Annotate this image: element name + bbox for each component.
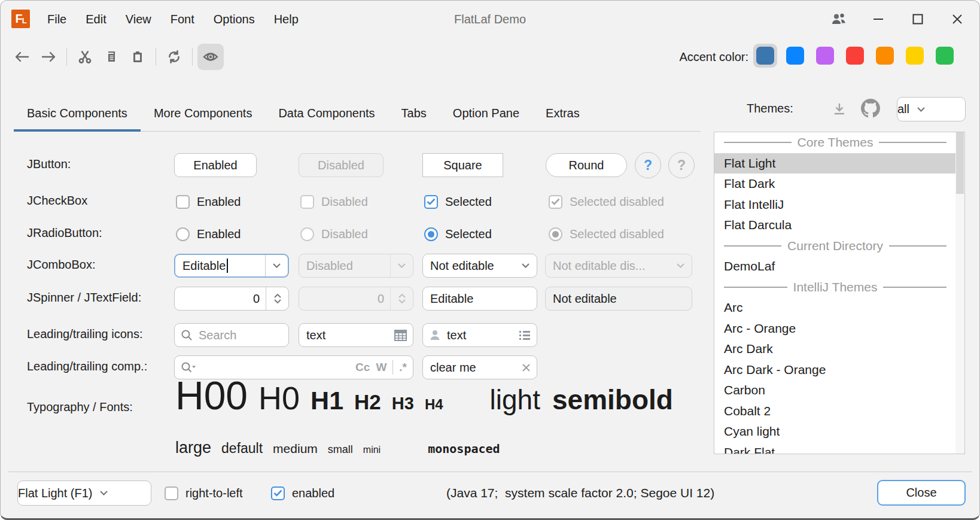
show-hidden-eye-toggle[interactable] (197, 44, 224, 70)
accent-swatch-4[interactable] (873, 44, 897, 68)
theme-item-arc-orange[interactable]: Arc - Orange (714, 318, 956, 339)
spinner-arrows[interactable] (266, 287, 288, 310)
accent-swatch-color[interactable] (756, 47, 774, 65)
theme-item-flat-dark[interactable]: Flat Dark (714, 174, 956, 194)
chevron-down-icon[interactable] (514, 254, 537, 277)
paste-icon[interactable] (124, 44, 151, 70)
square-button[interactable]: Square (422, 153, 503, 177)
theme-item-dark-flat[interactable]: Dark Flat (714, 442, 956, 455)
checkbox-box[interactable] (271, 486, 285, 500)
menu-view[interactable]: View (116, 13, 161, 26)
enabled-button[interactable]: Enabled (174, 153, 257, 177)
combobox-noneditable[interactable]: Not editable (422, 254, 537, 278)
checkbox-box[interactable] (176, 195, 190, 209)
theme-item-arc-dark-orange[interactable]: Arc Dark - Orange (714, 360, 956, 381)
tab-basic-components[interactable]: Basic Components (14, 95, 141, 131)
jradiobutton-label: JRadioButton: (27, 226, 102, 240)
menu-font[interactable]: Font (161, 13, 204, 26)
copy-icon[interactable] (98, 44, 124, 70)
theme-item-arc-dark[interactable]: Arc Dark (714, 339, 956, 360)
enabled-checkbox[interactable]: enabled (271, 485, 334, 501)
list-menu-icon[interactable] (519, 330, 531, 340)
search-dropdown-icon[interactable] (181, 361, 196, 373)
refresh-icon[interactable] (161, 44, 187, 70)
accent-swatch-color[interactable] (906, 47, 924, 65)
theme-item-flat-intellij[interactable]: Flat IntelliJ (714, 194, 956, 215)
regex-toggle[interactable]: .* (399, 361, 407, 374)
accent-swatch-5[interactable] (903, 44, 927, 68)
help-button[interactable]: ? (635, 152, 661, 178)
theme-item-demolaf[interactable]: DemoLaf (714, 256, 956, 277)
theme-item-flat-light[interactable]: Flat Light (714, 153, 956, 174)
forward-button[interactable] (35, 44, 62, 70)
checkbox-selected[interactable]: Selected (424, 194, 492, 209)
accent-swatch-3[interactable] (843, 44, 867, 68)
menu-edit[interactable]: Edit (76, 13, 115, 26)
back-button[interactable] (9, 44, 35, 70)
cut-icon[interactable] (72, 44, 98, 70)
rtl-checkbox[interactable]: right-to-left (165, 485, 243, 501)
theme-item-cobalt-2[interactable]: Cobalt 2 (714, 401, 956, 422)
accent-swatch-0[interactable] (753, 44, 777, 68)
checkbox-box[interactable] (424, 195, 438, 209)
typography-headings: H00 H0 H1 H2 H3 H4 light semibold (175, 373, 673, 418)
tab-extras[interactable]: Extras (532, 95, 593, 131)
theme-item-carbon[interactable]: Carbon (714, 380, 956, 401)
accent-swatch-color[interactable] (786, 47, 804, 65)
menu-help[interactable]: Help (264, 13, 308, 26)
menu-options[interactable]: Options (204, 13, 264, 26)
app-window: FL FileEditViewFontOptionsHelp FlatLaf D… (0, 0, 980, 520)
spinner[interactable]: 0 (174, 287, 289, 311)
tab-option-pane[interactable]: Option Pane (440, 95, 532, 131)
maximize-button[interactable] (898, 1, 938, 38)
laf-selector-combobox[interactable]: Flat Light (F1) (17, 481, 151, 506)
search-field[interactable]: Search (174, 323, 289, 347)
themes-filter-combobox[interactable]: all (897, 97, 966, 121)
titlebar: FL FileEditViewFontOptionsHelp FlatLaf D… (1, 1, 979, 38)
match-case-toggle[interactable]: Cc (355, 361, 370, 374)
tab-data-components[interactable]: Data Components (265, 95, 388, 131)
leading-trailing-comp-label: Leading/trailing comp.: (27, 360, 147, 373)
accent-swatch-color[interactable] (816, 47, 834, 65)
whole-words-toggle[interactable]: W (376, 361, 386, 374)
themes-label: Themes: (747, 102, 793, 115)
theme-item-flat-darcula[interactable]: Flat Darcula (714, 215, 956, 236)
tab-tabs[interactable]: Tabs (388, 95, 440, 131)
accent-swatch-2[interactable] (813, 44, 837, 68)
checkbox-enabled[interactable]: Enabled (176, 194, 241, 209)
theme-item-cyan-light[interactable]: Cyan light (714, 421, 956, 442)
github-icon[interactable] (860, 98, 881, 119)
menu-file[interactable]: File (38, 13, 76, 26)
chevron-down-icon[interactable] (265, 255, 288, 276)
accent-swatch-color[interactable] (846, 47, 864, 65)
theme-item-arc[interactable]: Arc (714, 297, 956, 318)
round-button[interactable]: Round (546, 153, 627, 177)
close-window-button[interactable] (938, 1, 977, 38)
clear-x-icon[interactable] (522, 363, 531, 372)
scrollbar-thumb[interactable] (956, 132, 964, 194)
table-calendar-icon[interactable] (394, 330, 407, 341)
combobox-editable[interactable]: Editable (174, 254, 289, 278)
radio-enabled[interactable]: Enabled (176, 226, 241, 242)
text-field-user[interactable]: text (422, 323, 537, 347)
theme-group-core-themes: Core Themes (714, 132, 956, 153)
radio-circle[interactable] (176, 227, 190, 241)
accent-swatch-6[interactable] (933, 44, 957, 68)
users-icon[interactable] (819, 1, 859, 38)
minimize-button[interactable] (859, 1, 898, 38)
themes-scrollbar[interactable] (955, 132, 964, 454)
download-icon[interactable] (829, 99, 850, 119)
accent-swatch-color[interactable] (876, 47, 894, 65)
text-field-calendar[interactable]: text (299, 323, 413, 347)
accent-swatch-1[interactable] (783, 44, 807, 68)
chevron-down-icon[interactable] (909, 98, 932, 121)
radio-circle[interactable] (424, 227, 438, 241)
textfield-editable[interactable]: Editable (422, 287, 537, 311)
radio-selected[interactable]: Selected (424, 226, 492, 242)
chevron-down-icon[interactable] (92, 481, 115, 505)
close-button[interactable]: Close (877, 480, 966, 506)
spinner-arrows (390, 287, 413, 310)
tab-more-components[interactable]: More Components (141, 95, 266, 131)
accent-swatch-color[interactable] (936, 47, 954, 65)
checkbox-box[interactable] (165, 486, 178, 500)
